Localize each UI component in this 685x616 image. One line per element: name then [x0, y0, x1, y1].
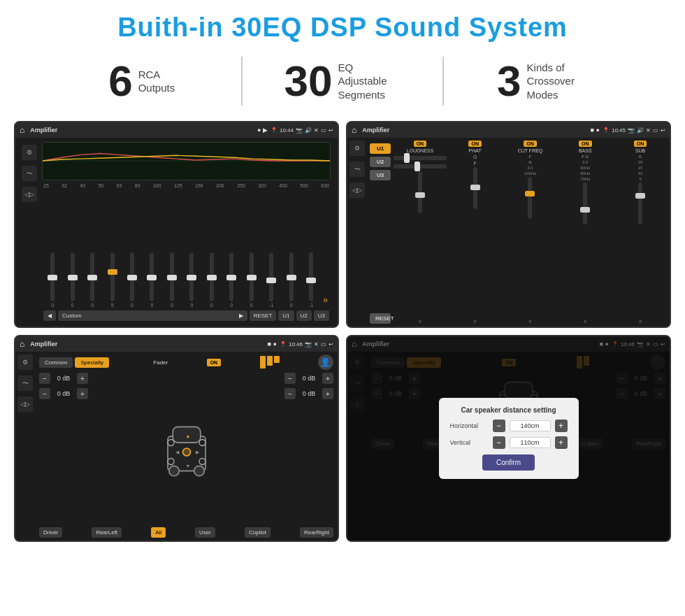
- stat-rca: 6 RCAOutputs: [42, 59, 241, 103]
- horizontal-value: 140cm: [510, 420, 551, 431]
- reset-button-crossover[interactable]: RESET: [370, 313, 391, 324]
- loudness-label: LOUDNESS: [407, 148, 434, 153]
- person-icon: 👤: [320, 357, 331, 367]
- u1-preset-button[interactable]: U1: [370, 143, 391, 154]
- fader-title: Amplifier: [30, 341, 264, 348]
- u2-preset-button[interactable]: U2: [370, 157, 391, 167]
- sub-on[interactable]: ON: [634, 141, 647, 147]
- db-minus-2[interactable]: −: [39, 388, 50, 399]
- crossover-speaker-icon[interactable]: ◁▷: [349, 182, 365, 198]
- stat-text-crossover: Kinds ofCrossover Modes: [527, 61, 590, 102]
- u3-preset-button[interactable]: U3: [370, 170, 391, 180]
- stat-text-rca: RCAOutputs: [138, 68, 175, 95]
- sub-label: SUB: [635, 148, 645, 153]
- fader-label: Fader: [153, 359, 168, 366]
- rearright-button[interactable]: RearRight: [300, 527, 333, 538]
- sub-col: ON SUB G 20 15 10 5 0: [614, 141, 667, 324]
- fader-status-bar: ⌂ Amplifier ■ ● 📍 10:46 📷 ✕ ▭ ↩: [15, 336, 338, 352]
- custom-preset-button[interactable]: Custom ▶: [58, 310, 247, 321]
- slider-11: -1: [262, 252, 280, 308]
- eq-graph: [42, 142, 331, 180]
- db-plus-2[interactable]: +: [77, 388, 88, 399]
- user-button[interactable]: User: [195, 527, 215, 538]
- loudness-on[interactable]: ON: [414, 141, 427, 147]
- reset-button-eq[interactable]: RESET: [250, 310, 277, 321]
- home-icon-2[interactable]: ⌂: [352, 125, 356, 135]
- eq-content: ⚙ 〜 ◁▷ 2532405063 80100125160200 2503204…: [15, 138, 338, 327]
- common-tab[interactable]: Common: [39, 357, 73, 368]
- db-plus-1[interactable]: +: [77, 373, 88, 384]
- stat-number-eq: 30: [284, 59, 333, 103]
- pin-icon: 📍: [271, 127, 277, 134]
- distance-screen: ⌂ Amplifier ■ ● 📍 10:46 📷 ✕ ▭ ↩ ⚙ 〜 ◁▷: [346, 335, 671, 542]
- bass-on[interactable]: ON: [579, 141, 592, 147]
- slider-10: 0: [243, 252, 261, 308]
- crossover-status-icons: 📍 10:45 📷 🔊 ✕ ▭ ↩: [603, 127, 665, 134]
- volume-icon: 🔊: [305, 127, 312, 134]
- fader-profile-icon[interactable]: 👤: [318, 354, 333, 370]
- eq-status-icons: 📍 10:44 📷 🔊 ✕ ▭ ↩: [271, 127, 333, 134]
- db-row-2: − 0 dB +: [39, 388, 88, 399]
- copilot-button[interactable]: Copilot: [245, 527, 271, 538]
- phat-on[interactable]: ON: [468, 141, 482, 147]
- fader-left-dbs: − 0 dB + − 0 dB +: [39, 373, 88, 524]
- vertical-plus-button[interactable]: +: [555, 436, 568, 449]
- prev-preset-button[interactable]: ◀: [43, 310, 56, 321]
- horizontal-minus-button[interactable]: −: [493, 420, 505, 432]
- crossover-time: 10:45: [612, 127, 626, 134]
- cutfreq-col: ON CUT FREQ F G 3.0 100Hz 0: [504, 141, 557, 324]
- pin-icon-2: 📍: [603, 127, 610, 134]
- eq-wave-icon[interactable]: 〜: [22, 166, 37, 181]
- home-icon[interactable]: ⌂: [20, 125, 24, 135]
- back-icon[interactable]: ↩: [329, 127, 333, 134]
- back-icon-2[interactable]: ↩: [661, 127, 665, 134]
- all-button[interactable]: All: [151, 527, 166, 538]
- specialty-tab[interactable]: Specialty: [75, 357, 108, 368]
- db-minus-3[interactable]: −: [284, 373, 296, 384]
- db-plus-4[interactable]: +: [322, 388, 333, 399]
- loudness-slider-h2[interactable]: [394, 164, 447, 169]
- slider-3: 5: [103, 252, 121, 308]
- right-arrow-icon[interactable]: »: [323, 295, 328, 305]
- slider-5: 0: [143, 252, 161, 308]
- loudness-slider-h1[interactable]: [394, 156, 447, 160]
- camera-icon-2: 📷: [628, 127, 635, 134]
- back-icon-3[interactable]: ↩: [329, 341, 333, 348]
- db-minus-1[interactable]: −: [39, 373, 50, 384]
- play-icon: ▶: [239, 313, 243, 319]
- crossover-filter-icon[interactable]: ⚙: [349, 141, 365, 156]
- fader-dots: ■ ●: [268, 341, 277, 348]
- minimize-icon-3: ▭: [321, 341, 326, 348]
- u1-button-eq[interactable]: U1: [278, 310, 294, 321]
- crossover-wave-icon[interactable]: 〜: [349, 162, 365, 177]
- fader-speaker-icon[interactable]: ◁▷: [17, 396, 33, 412]
- fader-status-icons: 📍 10:46 📷 ✕ ▭ ↩: [280, 341, 333, 348]
- slider-track-0[interactable]: [50, 252, 55, 301]
- cutfreq-label: CUT FREQ: [518, 148, 543, 153]
- driver-button[interactable]: Driver: [39, 527, 62, 538]
- u2-button-eq[interactable]: U2: [296, 310, 312, 321]
- eq-speaker-icon[interactable]: ◁▷: [22, 187, 37, 202]
- eq-filter-icon[interactable]: ⚙: [22, 145, 37, 160]
- horizontal-plus-button[interactable]: +: [555, 420, 568, 432]
- db-plus-3[interactable]: +: [322, 373, 333, 384]
- fader-wave-icon[interactable]: 〜: [17, 375, 33, 391]
- right-arrow-area: »: [322, 292, 329, 308]
- db-minus-4[interactable]: −: [284, 388, 296, 399]
- svg-text:▲: ▲: [185, 432, 190, 438]
- fader-content: ⚙ 〜 ◁▷ Common Specialty Fader ON: [15, 352, 338, 540]
- fader-on-toggle[interactable]: ON: [207, 359, 222, 366]
- horizontal-row: Horizontal − 140cm +: [450, 420, 568, 432]
- fader-filter-icon[interactable]: ⚙: [17, 354, 33, 370]
- slider-4: 0: [123, 252, 141, 308]
- rearleft-button[interactable]: RearLeft: [92, 527, 122, 538]
- confirm-button[interactable]: Confirm: [482, 454, 535, 471]
- sub-v-slider: [638, 182, 642, 318]
- db-row-4: − 0 dB +: [284, 388, 333, 399]
- home-icon-3[interactable]: ⌂: [20, 339, 24, 349]
- eq-freq-labels: 2532405063 80100125160200 25032040050063…: [42, 183, 331, 188]
- cutfreq-on[interactable]: ON: [524, 141, 537, 147]
- db-value-1: 0 dB: [52, 375, 75, 382]
- vertical-minus-button[interactable]: −: [493, 436, 505, 449]
- u3-button-eq[interactable]: U3: [314, 310, 329, 321]
